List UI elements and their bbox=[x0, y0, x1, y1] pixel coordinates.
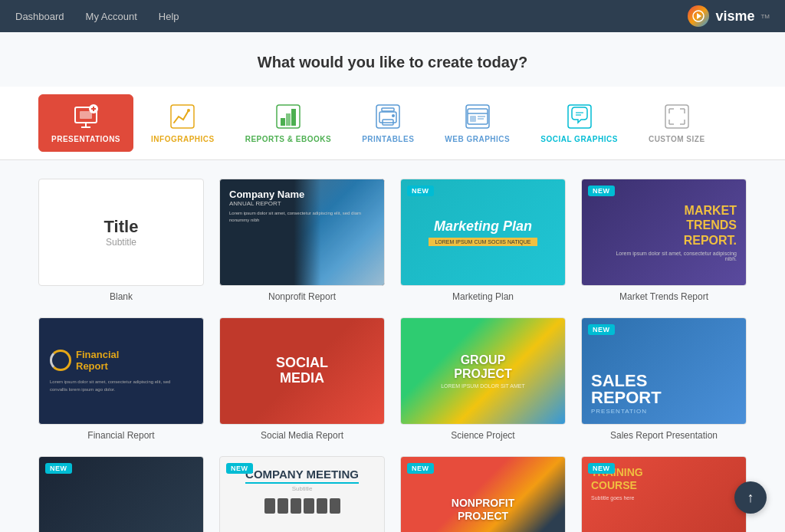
presentations-label: PRESENTATIONS bbox=[51, 135, 120, 143]
template-marketing-plan[interactable]: NEW Marketing Plan LOREM IPSUM CUM SOCII… bbox=[400, 179, 566, 302]
template-social-media[interactable]: SOCIAL MEDIA Social Media Report bbox=[219, 317, 385, 441]
template-label-sales: Sales Report Presentation bbox=[581, 430, 747, 441]
svg-rect-5 bbox=[80, 111, 92, 119]
template-thumb-sales: NEW SALES REPORT PRESENTATION bbox=[581, 317, 747, 425]
category-socialgraphics[interactable]: SOCIAL GRAPHICS bbox=[527, 94, 631, 152]
infographics-label: INFOGRAPHICS bbox=[151, 135, 215, 143]
scroll-up-button[interactable]: ↑ bbox=[734, 481, 767, 514]
company-new-badge: NEW bbox=[226, 463, 253, 474]
template-thumb-company: NEW COMPANY MEETING Subtitle bbox=[219, 456, 385, 532]
template-thumb-investor: NEW INVESTOR PITCH DECK SUBTITLE HERE bbox=[38, 456, 204, 532]
template-nonprofit-art[interactable]: NEW NONPROFIT PROJECT Nonprofit Art bbox=[400, 456, 566, 532]
financial-text: Financial Report bbox=[76, 349, 119, 373]
science-title: GROUP PROJECT bbox=[454, 353, 512, 380]
template-label-social-media: Social Media Report bbox=[219, 430, 385, 441]
template-company-meeting[interactable]: NEW COMPANY MEETING Subtitle Company Mee… bbox=[219, 456, 385, 532]
template-label-blank: Blank bbox=[38, 291, 204, 302]
category-presentations[interactable]: PRESENTATIONS bbox=[38, 94, 133, 152]
nav-help[interactable]: Help bbox=[159, 11, 179, 22]
customsize-label: CUSTOM SIZE bbox=[649, 135, 705, 143]
chair-6 bbox=[330, 498, 340, 514]
socialgraphics-icon bbox=[566, 103, 593, 130]
template-label-science: Science Project bbox=[400, 430, 566, 441]
brand-logo-icon bbox=[688, 5, 709, 27]
marketing-sub-badge: LOREM IPSUM CUM SOCIIS NATIQUE bbox=[429, 238, 537, 246]
scroll-up-icon: ↑ bbox=[747, 490, 754, 506]
brand-logo-area: vismeTM bbox=[688, 5, 770, 27]
nonprofit-report-title: ANNUAL REPORT bbox=[229, 200, 375, 207]
svg-rect-16 bbox=[382, 108, 394, 111]
template-thumb-social: SOCIAL MEDIA bbox=[219, 317, 385, 425]
templates-grid: Title Subtitle Blank Company Name ANNUAL… bbox=[38, 179, 747, 532]
template-label-market-trends: Market Trends Report bbox=[581, 291, 747, 302]
category-webgraphics[interactable]: WEB GRAPHICS bbox=[432, 94, 523, 152]
category-infographics[interactable]: INFOGRAPHICS bbox=[138, 94, 228, 152]
svg-marker-1 bbox=[697, 13, 701, 19]
webgraphics-label: WEB GRAPHICS bbox=[445, 135, 510, 143]
svg-rect-13 bbox=[286, 113, 291, 126]
template-thumb-blank: Title Subtitle bbox=[38, 179, 204, 286]
company-chairs bbox=[264, 498, 340, 514]
svg-rect-12 bbox=[281, 118, 285, 126]
category-printables[interactable]: PRINTABLES bbox=[349, 94, 427, 152]
template-training-course[interactable]: NEW TRAINING COURSE Subtitle goes here T… bbox=[581, 456, 747, 532]
sales-title: SALES REPORT bbox=[591, 373, 662, 406]
social-title: SOCIAL MEDIA bbox=[276, 356, 328, 386]
reports-label: REPORTS & EBOOKS bbox=[245, 135, 331, 143]
category-customsize[interactable]: CUSTOM SIZE bbox=[636, 94, 718, 152]
template-nonprofit-report[interactable]: Company Name ANNUAL REPORT Lorem ipsum d… bbox=[219, 179, 385, 302]
sales-sub: PRESENTATION bbox=[591, 408, 647, 415]
template-thumb-financial: Financial Report Lorem ipsum dolor sit a… bbox=[38, 317, 204, 425]
template-thumb-nonprofit: Company Name ANNUAL REPORT Lorem ipsum d… bbox=[219, 179, 385, 286]
template-label-marketing: Marketing Plan bbox=[400, 291, 566, 302]
template-thumb-science: GROUP PROJECT LOREM IPSUM DOLOR SIT AMET bbox=[400, 317, 566, 425]
nonprofit2-new-badge: NEW bbox=[407, 463, 434, 474]
market-sub: Lorem ipsum dolor sit amet, consectetur … bbox=[616, 251, 737, 261]
webgraphics-icon bbox=[464, 103, 491, 130]
financial-logo: Financial Report bbox=[50, 349, 119, 373]
chair-3 bbox=[291, 498, 301, 514]
presentations-icon bbox=[72, 103, 100, 130]
svg-point-19 bbox=[392, 114, 395, 117]
training-new-badge: NEW bbox=[588, 463, 615, 474]
socialgraphics-label: SOCIAL GRAPHICS bbox=[540, 135, 618, 143]
svg-rect-9 bbox=[171, 105, 194, 128]
page-heading: What would you like to create today? bbox=[0, 32, 785, 87]
template-financial-report[interactable]: Financial Report Lorem ipsum dolor sit a… bbox=[38, 317, 204, 441]
brand-tm: TM bbox=[760, 13, 770, 20]
template-label-nonprofit-report: Nonprofit Report bbox=[219, 291, 385, 302]
template-science-project[interactable]: GROUP PROJECT LOREM IPSUM DOLOR SIT AMET… bbox=[400, 317, 566, 441]
svg-rect-23 bbox=[470, 116, 476, 122]
infographics-icon bbox=[169, 103, 196, 130]
market-new-badge: NEW bbox=[588, 186, 615, 196]
investor-new-badge: NEW bbox=[45, 463, 72, 474]
sales-new-badge: NEW bbox=[588, 324, 615, 335]
blank-title: Title bbox=[104, 217, 139, 237]
template-sales-report[interactable]: NEW SALES REPORT PRESENTATION Sales Repo… bbox=[581, 317, 747, 441]
nonprofit-report-company: Company Name bbox=[229, 189, 375, 200]
template-investor-pitch[interactable]: NEW INVESTOR PITCH DECK SUBTITLE HERE In… bbox=[38, 456, 204, 532]
reports-icon bbox=[274, 103, 302, 130]
chair-2 bbox=[278, 498, 288, 514]
brand-name: visme bbox=[715, 8, 754, 25]
company-sub: Subtitle bbox=[292, 485, 313, 492]
science-sub: LOREM IPSUM DOLOR SIT AMET bbox=[441, 383, 525, 389]
template-market-trends[interactable]: NEW MARKET TRENDS REPORT. Lorem ipsum do… bbox=[581, 179, 747, 302]
template-label-financial: Financial Report bbox=[38, 430, 204, 441]
templates-section: Title Subtitle Blank Company Name ANNUAL… bbox=[0, 160, 785, 532]
category-bar: PRESENTATIONS INFOGRAPHICS bbox=[0, 87, 785, 160]
category-reports[interactable]: REPORTS & EBOOKS bbox=[232, 94, 344, 152]
template-thumb-market: NEW MARKET TRENDS REPORT. Lorem ipsum do… bbox=[581, 179, 747, 286]
template-blank[interactable]: Title Subtitle Blank bbox=[38, 179, 204, 302]
nav-dashboard[interactable]: Dashboard bbox=[15, 11, 64, 22]
template-thumb-training: NEW TRAINING COURSE Subtitle goes here bbox=[581, 456, 747, 532]
nonprofit2-title: NONPROFIT PROJECT bbox=[452, 497, 514, 523]
market-title: MARKET TRENDS REPORT. bbox=[684, 203, 737, 248]
nav-account[interactable]: My Account bbox=[86, 11, 137, 22]
nav-links: Dashboard My Account Help bbox=[15, 11, 179, 22]
chair-1 bbox=[264, 498, 275, 514]
nonprofit-report-body: Lorem ipsum dolor sit amet, consectetur … bbox=[229, 210, 375, 224]
printables-label: PRINTABLES bbox=[362, 135, 414, 143]
page-content: What would you like to create today? PRE… bbox=[0, 32, 785, 532]
svg-point-10 bbox=[187, 109, 190, 112]
